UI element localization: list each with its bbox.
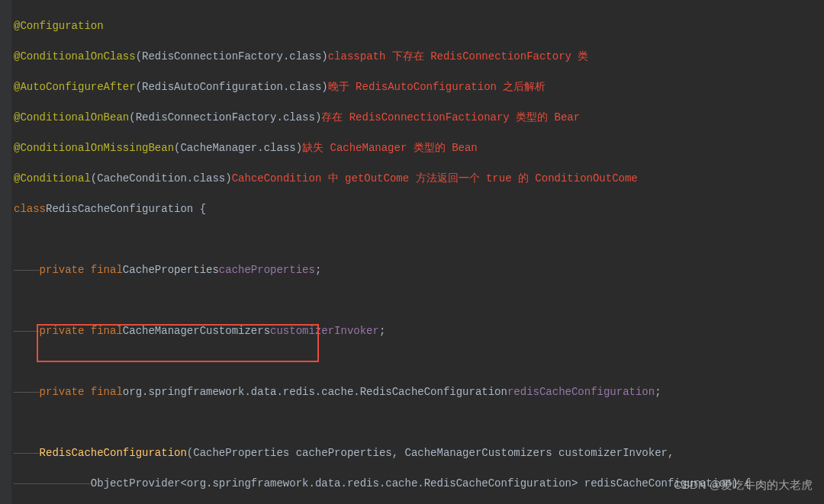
code-line: @Conditional(CacheCondition.class) Cahce… — [14, 171, 824, 186]
constructor: RedisCacheConfiguration — [40, 445, 187, 461]
field: cacheProperties — [219, 262, 315, 278]
code-line — [14, 293, 824, 308]
annotation: @ConditionalOnBean — [14, 110, 129, 125]
editor-gutter — [0, 0, 11, 504]
code-line — [14, 415, 824, 430]
comment: 存在 RedisConnectionFactionary 类型的 Bear — [321, 110, 580, 125]
annotation: @AutoConfigureAfter — [14, 79, 136, 95]
field: customizerInvoker — [270, 323, 379, 339]
code-line: @ConditionalOnBean(RedisConnectionFactor… — [14, 110, 824, 125]
class-ref: CacheCondition — [97, 171, 187, 186]
code-line: @Configuration — [14, 18, 824, 34]
annotation: @ConditionalOnMissingBean — [14, 140, 174, 156]
code-line: class RedisCacheConfiguration { — [14, 201, 824, 217]
keyword: private final — [40, 323, 123, 339]
class-literal: .class — [283, 49, 321, 64]
keyword: private final — [40, 262, 123, 278]
keyword: private final — [40, 384, 123, 400]
annotation: @Configuration — [14, 18, 104, 34]
code-line: @ConditionalOnClass(RedisConnectionFacto… — [14, 49, 824, 64]
class-name: RedisCacheConfiguration { — [46, 201, 206, 217]
class-ref: RedisAutoConfiguration — [142, 79, 283, 95]
code-line — [14, 354, 824, 369]
code-line: ――――private final org.springframework.da… — [14, 384, 824, 400]
class-literal: .class — [187, 171, 225, 186]
type: CacheProperties — [123, 262, 219, 278]
params: (CacheProperties cacheProperties, CacheM… — [187, 445, 674, 461]
comment: classpath 下存在 RedisConnectionFactory 类 — [328, 49, 589, 64]
code-line: ――――RedisCacheConfiguration(CachePropert… — [14, 445, 824, 461]
type: CacheManagerCustomizers — [123, 323, 270, 339]
field: redisCacheConfiguration — [507, 384, 655, 400]
code-line — [14, 232, 824, 247]
annotation: @ConditionalOnClass — [14, 49, 136, 64]
class-literal: .class — [276, 110, 314, 125]
code-line: ――――private final CacheManagerCustomizer… — [14, 323, 824, 339]
comment: 缺失 CacheManager 类型的 Bean — [302, 140, 478, 156]
code-line: @ConditionalOnMissingBean(CacheManager.c… — [14, 140, 824, 156]
code-editor[interactable]: @Configuration @ConditionalOnClass(Redis… — [0, 0, 824, 504]
class-literal: .class — [257, 140, 295, 156]
type: org.springframework.data.redis.cache.Red… — [123, 384, 507, 400]
code-line: @AutoConfigureAfter(RedisAutoConfigurati… — [14, 79, 824, 95]
code-line: ――――――――――――ObjectProvider<org.springfra… — [14, 476, 824, 491]
comment: 晚于 RedisAutoConfiguration 之后解析 — [328, 79, 546, 95]
class-ref: CacheManager — [180, 140, 257, 156]
code-line: ――――private final CacheProperties cacheP… — [14, 262, 824, 278]
class-ref: RedisConnectionFactory — [142, 49, 283, 64]
comment: CahceCondition 中 getOutCome 方法返回一个 true … — [232, 171, 638, 186]
params: ObjectProvider<org.springframework.data.… — [91, 476, 751, 491]
annotation: @Conditional — [14, 171, 91, 186]
class-ref: RedisConnectionFactory — [136, 110, 277, 125]
class-literal: .class — [283, 79, 321, 95]
keyword: class — [14, 201, 46, 217]
